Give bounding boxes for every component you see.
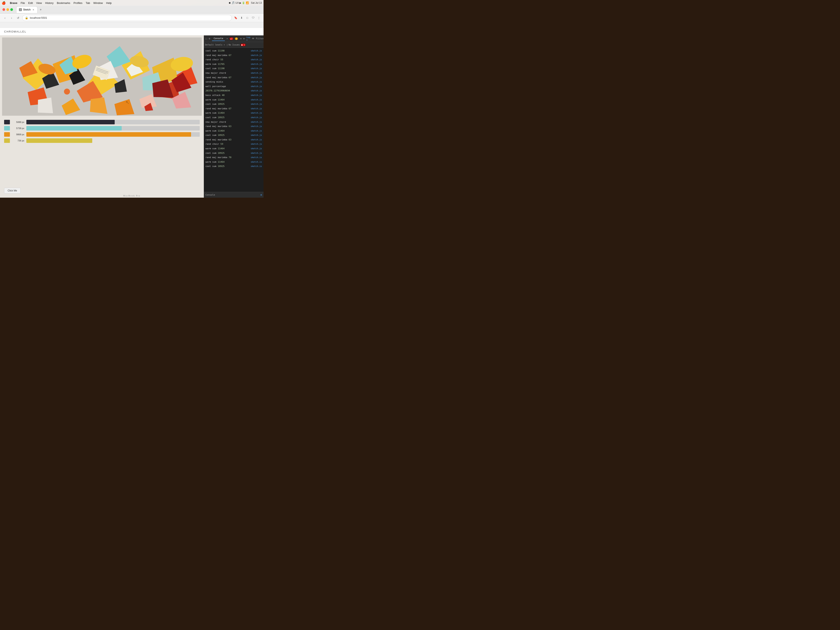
console-line-9: wall percentage sketch.js xyxy=(204,84,264,89)
menubar-view[interactable]: View xyxy=(36,2,42,5)
console-line-3: rand choir 55 sketch.js xyxy=(204,57,264,62)
traffic-lights xyxy=(3,8,13,11)
artwork-canvas: ↖ xyxy=(2,38,202,116)
devtools-filter-icon[interactable]: ⊘ xyxy=(240,37,242,40)
devtools-filter-text[interactable]: Filter xyxy=(256,37,264,40)
forward-button[interactable]: › xyxy=(9,16,14,21)
devtools-settings-icon[interactable]: ⚙ xyxy=(243,37,245,40)
macbook-label: MacBook Pro xyxy=(123,194,140,197)
browser-content: CHROMALLEL xyxy=(0,28,264,197)
main-content: ↖ 5088 px 5738 px xyxy=(0,35,204,197)
color-bar-row-2: 5738 px xyxy=(4,126,200,131)
browser-window: S Sketch ✕ + ‹ › ↺ 🔒 localhost:5501 🔖 ⬇ … xyxy=(0,6,264,197)
color-bar-track-2 xyxy=(26,126,200,131)
menubar-brave[interactable]: Brave xyxy=(10,2,17,5)
back-button[interactable]: ‹ xyxy=(3,16,8,21)
devtools-header: ⬚ ⊙ Console » ▲1 1 ⊘ ⚙ top ▾ 👁 Filter xyxy=(204,35,264,42)
menubar-edit[interactable]: Edit xyxy=(28,2,33,5)
console-line-23: warm sum 11464 sketch.js xyxy=(204,146,264,151)
click-me-button[interactable]: Click Me xyxy=(4,188,21,194)
console-line-14: rand maj marimba 67 sketch.js xyxy=(204,106,264,111)
console-line-10: 28370.127919960694 sketch.js xyxy=(204,88,264,93)
lock-icon: 🔒 xyxy=(25,16,28,19)
tab-close-button[interactable]: ✕ xyxy=(32,8,35,11)
console-line-26: warm sum 11464 sketch.is xyxy=(204,160,264,164)
devtools-more-tabs[interactable]: » xyxy=(226,37,228,40)
console-line-25: rand maj marimba 70 sketch.is xyxy=(204,155,264,160)
menubar-window[interactable]: Window xyxy=(93,2,103,5)
console-line-11: bass attack 40 sketch.js xyxy=(204,93,264,98)
console-line-24: cool sum 10925 sketch.js xyxy=(204,151,264,155)
shield-icon[interactable]: 🛡 xyxy=(251,16,255,20)
devtools-footer-label: Console xyxy=(205,194,215,196)
devtools-eye-icon[interactable]: 👁 xyxy=(252,37,254,40)
devtools-footer: Console ⊞ xyxy=(204,192,264,197)
color-bar-fill-3 xyxy=(26,132,191,137)
devtools-error-badge: ▲1 xyxy=(230,38,234,40)
devtools-panel: ⬚ ⊙ Console » ▲1 1 ⊘ ⚙ top ▾ 👁 Filter De… xyxy=(204,35,264,197)
devtools-top-label[interactable]: top ▾ xyxy=(246,36,250,41)
color-bar-track-4 xyxy=(26,138,200,143)
console-line-17: new major chord sketch.js xyxy=(204,120,264,124)
console-line-6: new major chord sketch.js xyxy=(204,71,264,75)
color-bar-track-1 xyxy=(26,120,200,124)
color-label-3: 9868 px xyxy=(12,133,24,136)
color-label-1: 5088 px xyxy=(12,121,24,123)
devtools-inspector-icon[interactable]: ⊙ xyxy=(209,37,210,40)
devtools-console-icon[interactable]: ⊞ xyxy=(261,194,262,196)
devtools-no-issues[interactable]: No Issues xyxy=(229,44,240,46)
browser-titlebar: S Sketch ✕ + xyxy=(0,6,264,14)
menubar-file[interactable]: File xyxy=(21,2,25,5)
color-bar-fill-1 xyxy=(26,120,115,124)
menubar-tab[interactable]: Tab xyxy=(86,2,90,5)
address-bar[interactable]: 🔒 localhost:5501 xyxy=(22,15,232,21)
menubar-bookmarks[interactable]: Bookmarks xyxy=(57,2,70,5)
apple-menu-icon[interactable]: 🍎 xyxy=(2,1,6,5)
menubar: 🍎 Brave File Edit View History Bookmarks… xyxy=(0,0,264,6)
tab-sketch[interactable]: S Sketch ✕ xyxy=(16,6,38,13)
color-bar-row-4: 736 px xyxy=(4,138,200,143)
console-line-20: cool sum 10925 sketch.js xyxy=(204,133,264,137)
devtools-warn-badge: 1 xyxy=(235,38,238,40)
console-line-27: cool sum 10925 sketch.is xyxy=(204,164,264,169)
devtools-tab-console[interactable]: Console xyxy=(212,36,225,41)
devtools-console[interactable]: cool sum 11198 sketch.js rand maj marimb… xyxy=(204,48,264,192)
devtools-default-levels[interactable]: Default levels ▾ xyxy=(205,44,225,46)
console-line-18: rand maj marimba 63 sketch.js xyxy=(204,124,264,129)
console-line-7: rand maj marimba 67 sketch.js xyxy=(204,75,264,80)
console-line-16: cool sum 10925 sketch.js xyxy=(204,115,264,120)
color-bar-fill-2 xyxy=(26,126,122,131)
color-label-2: 5738 px xyxy=(12,127,24,129)
svg-text:↖: ↖ xyxy=(126,100,129,105)
maximize-button[interactable] xyxy=(10,8,13,11)
console-line-19: warm sum 11464 sketch.js xyxy=(204,129,264,133)
tab-bar: S Sketch ✕ + xyxy=(16,6,261,13)
color-bar-track-3 xyxy=(26,132,200,137)
color-swatch-3 xyxy=(4,132,10,137)
menubar-profiles[interactable]: Profiles xyxy=(74,2,82,5)
close-button[interactable] xyxy=(3,8,5,11)
minimize-button[interactable] xyxy=(6,8,9,11)
menubar-time: Sat Jul 13 xyxy=(251,2,262,4)
new-tab-button[interactable]: + xyxy=(38,7,43,12)
artwork-svg: ↖ xyxy=(2,38,202,116)
tab-favicon: S xyxy=(19,8,22,11)
console-line-21: rand maj marimba 63 sketch.js xyxy=(204,137,264,142)
menubar-help[interactable]: Help xyxy=(106,2,112,5)
console-line-1: cool sum 11198 sketch.js xyxy=(204,49,264,53)
site-logo: CHROMALLEL xyxy=(4,30,26,33)
console-line-5: cool sum 11198 sketch.js xyxy=(204,66,264,71)
reload-button[interactable]: ↺ xyxy=(16,16,21,21)
menu-icon[interactable]: ⋮ xyxy=(257,16,261,20)
color-bar-row-1: 5088 px xyxy=(4,120,200,124)
bookmark-icon[interactable]: 🔖 xyxy=(234,16,238,20)
color-swatch-2 xyxy=(4,126,10,131)
color-bar-row-3: 9868 px xyxy=(4,132,200,137)
browser-actions: 🔖 ⬇ □ 🛡 ⋮ xyxy=(234,16,261,20)
share-icon[interactable]: □ xyxy=(245,16,249,20)
devtools-elements-icon[interactable]: ⬚ xyxy=(205,37,207,40)
menubar-history[interactable]: History xyxy=(45,2,53,5)
console-line-4: warm sum 11765 sketch.js xyxy=(204,62,264,66)
devtools-separator: | xyxy=(226,44,228,46)
download-icon[interactable]: ⬇ xyxy=(239,16,244,20)
